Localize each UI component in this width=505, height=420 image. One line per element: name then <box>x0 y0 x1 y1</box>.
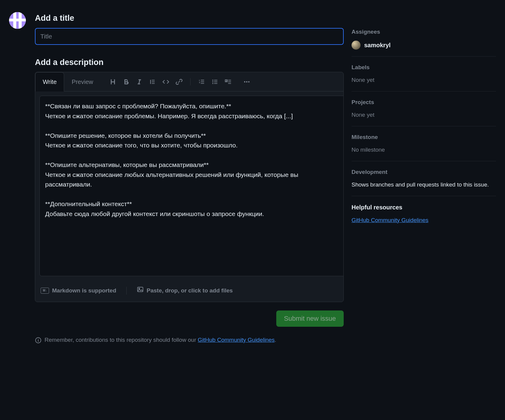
svg-point-2 <box>212 83 214 84</box>
heading-icon[interactable] <box>110 79 116 85</box>
svg-point-8 <box>139 288 140 289</box>
labels-heading[interactable]: Labels <box>352 63 496 72</box>
submit-button[interactable]: Submit new issue <box>276 310 344 327</box>
attach-files-label: Paste, drop, or click to add files <box>147 286 233 295</box>
italic-icon[interactable] <box>136 79 143 85</box>
quote-icon[interactable] <box>149 79 156 85</box>
markdown-icon: M↓ <box>41 288 49 294</box>
unordered-list-icon[interactable] <box>212 79 218 85</box>
attach-files-button[interactable]: Paste, drop, or click to add files <box>137 286 233 295</box>
guidelines-reminder: Remember, contributions to this reposito… <box>35 336 344 346</box>
code-icon[interactable] <box>163 79 169 85</box>
reminder-prefix: Remember, contributions to this reposito… <box>45 337 198 343</box>
labels-value: None yet <box>352 76 496 85</box>
title-heading: Add a title <box>35 12 344 24</box>
task-list-icon[interactable] <box>225 79 231 85</box>
toolbar-separator <box>190 78 191 85</box>
markdown-supported-link[interactable]: M↓ Markdown is supported <box>41 286 116 295</box>
title-input[interactable] <box>35 28 344 45</box>
image-icon <box>137 286 144 295</box>
projects-value: None yet <box>352 111 496 119</box>
assignees-heading[interactable]: Assignees <box>352 28 496 36</box>
development-heading[interactable]: Development <box>352 168 496 177</box>
bold-icon[interactable] <box>123 79 129 85</box>
link-icon[interactable] <box>176 79 182 85</box>
svg-point-1 <box>212 81 214 82</box>
info-icon <box>35 336 42 346</box>
user-avatar[interactable] <box>9 12 26 29</box>
footer-separator <box>126 287 127 295</box>
milestone-value: No milestone <box>352 146 496 154</box>
description-textarea[interactable] <box>39 96 344 276</box>
description-heading: Add a description <box>35 56 344 69</box>
svg-rect-7 <box>138 287 143 292</box>
description-editor: Write Preview <box>35 72 344 302</box>
markdown-supported-label: Markdown is supported <box>52 286 116 295</box>
milestone-heading[interactable]: Milestone <box>352 133 496 142</box>
reminder-suffix: . <box>275 337 276 343</box>
development-value: Shows branches and pull requests linked … <box>352 181 496 189</box>
svg-point-5 <box>246 81 247 82</box>
kebab-icon[interactable] <box>243 79 250 85</box>
ordered-list-icon[interactable] <box>198 79 205 85</box>
svg-point-0 <box>212 79 214 81</box>
tab-preview[interactable]: Preview <box>64 72 101 91</box>
assignee-item[interactable]: samokryl <box>352 41 496 50</box>
assignee-name: samokryl <box>364 41 391 50</box>
svg-point-6 <box>248 81 249 82</box>
tab-write[interactable]: Write <box>35 72 64 91</box>
svg-point-4 <box>244 81 245 82</box>
guidelines-link[interactable]: GitHub Community Guidelines <box>198 337 275 343</box>
projects-heading[interactable]: Projects <box>352 98 496 107</box>
resources-link[interactable]: GitHub Community Guidelines <box>352 217 429 223</box>
assignee-avatar <box>352 41 361 50</box>
resources-heading: Helpful resources <box>352 203 496 212</box>
